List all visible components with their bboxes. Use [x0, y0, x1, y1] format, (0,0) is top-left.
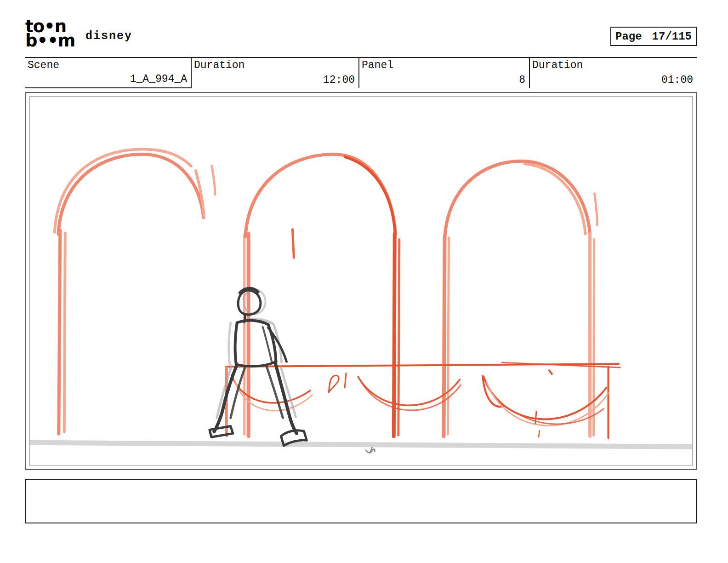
scene-label: Scene: [28, 59, 59, 71]
caption-box: [25, 479, 697, 523]
project-name: disney: [85, 29, 132, 43]
storyboard-panel-frame: [25, 92, 697, 470]
scene-value: 1_A_994_A: [130, 73, 187, 85]
storyboard-drawing: [30, 97, 692, 465]
page-label: Page: [615, 30, 642, 43]
scene-duration-value: 12:00: [323, 74, 355, 86]
panel-label: Panel: [362, 59, 393, 71]
panel-inner-frame: [29, 96, 693, 466]
scene-duration-cell: Duration 12:00: [191, 58, 358, 88]
panel-cell: Panel 8: [358, 58, 529, 88]
scene-duration-label: Duration: [194, 59, 245, 71]
panel-info-table: Scene 1_A_994_A Duration 12:00 Panel 8 D…: [25, 57, 697, 88]
panel-duration-label: Duration: [532, 59, 583, 71]
panel-duration-value: 01:00: [661, 74, 693, 86]
ground-line: [30, 442, 692, 447]
logo-line-2: b••m: [25, 34, 75, 48]
page-number: 17/115: [652, 30, 692, 43]
page-indicator: Page 17/115: [610, 27, 697, 46]
garland-swags-sketch: [232, 370, 609, 437]
ground-scribble: [366, 447, 375, 453]
panel-number-value: 8: [519, 74, 525, 86]
arches-sketch: [55, 149, 597, 436]
scene-cell: Scene 1_A_994_A: [25, 58, 191, 88]
storyboard-page: to•n b••m disney Page 17/115 Scene 1_A_9…: [0, 0, 728, 563]
panel-duration-cell: Duration 01:00: [529, 58, 697, 88]
toonboom-logo: to•n b••m: [25, 19, 75, 48]
